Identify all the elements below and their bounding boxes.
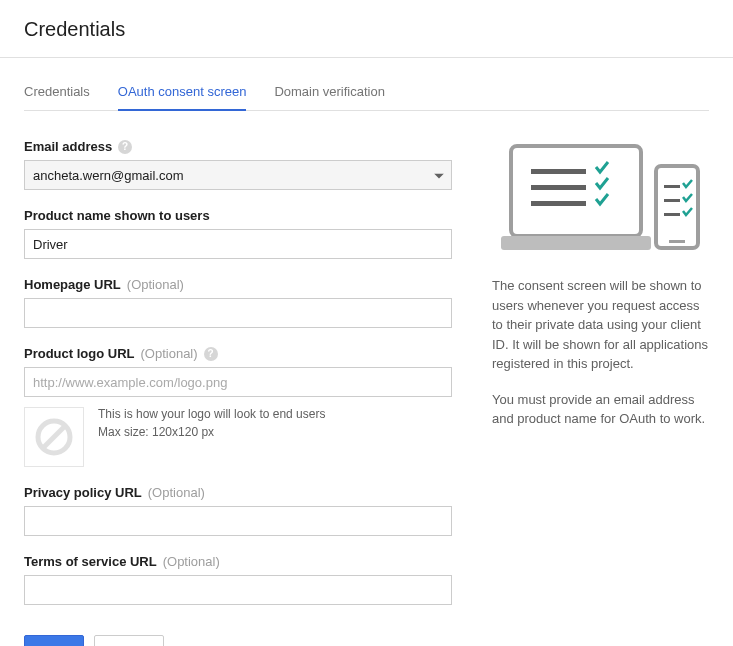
svg-rect-8 — [669, 240, 685, 243]
svg-rect-2 — [511, 146, 641, 236]
logo-url-label: Product logo URL — [24, 346, 135, 361]
field-email: Email address ? ancheta.wern@gmail.com — [24, 139, 452, 190]
svg-rect-11 — [664, 213, 680, 216]
logo-preview-text: This is how your logo will look to end u… — [98, 407, 325, 421]
tab-credentials[interactable]: Credentials — [24, 72, 90, 111]
side-paragraph-1: The consent screen will be shown to user… — [492, 276, 709, 374]
form-column: Email address ? ancheta.wern@gmail.com P… — [24, 139, 452, 646]
field-homepage-url: Homepage URL (Optional) — [24, 277, 452, 328]
tab-oauth-consent[interactable]: OAuth consent screen — [118, 72, 247, 111]
svg-line-1 — [44, 427, 64, 447]
side-paragraph-2: You must provide an email address and pr… — [492, 390, 709, 429]
email-select[interactable]: ancheta.wern@gmail.com — [24, 160, 452, 190]
svg-rect-6 — [531, 201, 586, 206]
consent-illustration — [492, 141, 709, 256]
optional-label: (Optional) — [127, 277, 184, 292]
tabs: Credentials OAuth consent screen Domain … — [24, 72, 709, 111]
optional-label: (Optional) — [163, 554, 220, 569]
svg-rect-9 — [664, 185, 680, 188]
cancel-button[interactable]: Cancel — [94, 635, 164, 646]
tos-url-input[interactable] — [24, 575, 452, 605]
logo-placeholder-icon — [24, 407, 84, 467]
svg-rect-4 — [531, 169, 586, 174]
svg-rect-5 — [531, 185, 586, 190]
privacy-url-input[interactable] — [24, 506, 452, 536]
field-product-name: Product name shown to users — [24, 208, 452, 259]
help-icon[interactable]: ? — [118, 140, 132, 154]
product-name-input[interactable] — [24, 229, 452, 259]
svg-rect-10 — [664, 199, 680, 202]
tab-domain-verification[interactable]: Domain verification — [274, 72, 385, 111]
field-tos-url: Terms of service URL (Optional) — [24, 554, 452, 605]
optional-label: (Optional) — [148, 485, 205, 500]
help-icon[interactable]: ? — [204, 347, 218, 361]
svg-rect-7 — [656, 166, 698, 248]
email-label: Email address — [24, 139, 112, 154]
field-privacy-url: Privacy policy URL (Optional) — [24, 485, 452, 536]
logo-url-input[interactable] — [24, 367, 452, 397]
side-column: The consent screen will be shown to user… — [492, 139, 709, 646]
logo-preview: This is how your logo will look to end u… — [24, 407, 452, 467]
product-name-label: Product name shown to users — [24, 208, 210, 223]
field-logo-url: Product logo URL (Optional) ? This is ho… — [24, 346, 452, 467]
optional-label: (Optional) — [141, 346, 198, 361]
homepage-url-label: Homepage URL — [24, 277, 121, 292]
logo-size-text: Max size: 120x120 px — [98, 425, 325, 439]
page-title: Credentials — [24, 18, 709, 41]
button-row: Save Cancel — [24, 635, 452, 646]
save-button[interactable]: Save — [24, 635, 84, 646]
svg-rect-3 — [501, 236, 651, 250]
homepage-url-input[interactable] — [24, 298, 452, 328]
privacy-url-label: Privacy policy URL — [24, 485, 142, 500]
page-header: Credentials — [0, 0, 733, 58]
tos-url-label: Terms of service URL — [24, 554, 157, 569]
